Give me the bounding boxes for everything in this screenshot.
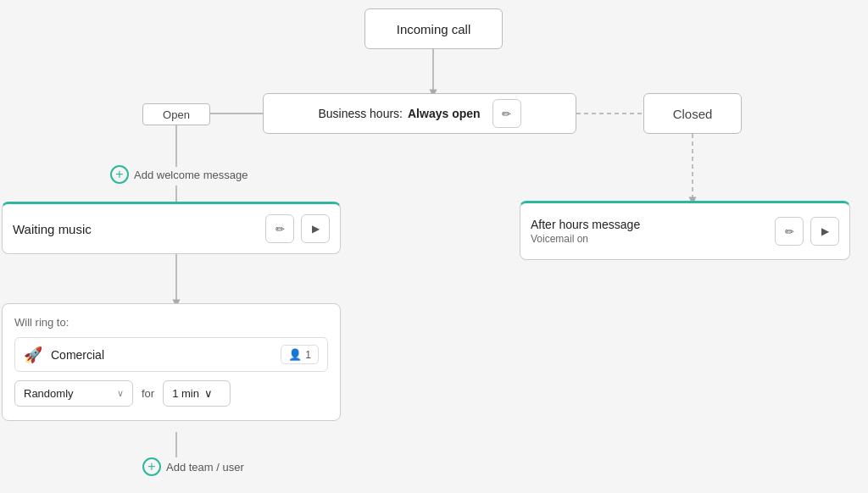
edit-icon: ✏ — [785, 225, 794, 238]
team-name: Comercial — [51, 348, 272, 362]
after-hours-card: After hours message Voicemail on ✏ ▶ — [520, 201, 850, 260]
play-icon: ▶ — [312, 223, 320, 235]
waiting-music-play-button[interactable]: ▶ — [301, 214, 330, 243]
add-welcome-message-button[interactable]: + Add welcome message — [110, 165, 248, 184]
edit-icon: ✏ — [502, 108, 511, 120]
edit-icon: ✏ — [275, 223, 285, 235]
chevron-down-icon: ∨ — [117, 388, 124, 399]
waiting-music-label: Waiting music — [13, 222, 252, 236]
options-row: Randomly ∨ for 1 min ∨ — [14, 380, 328, 407]
person-icon: 👤 — [288, 348, 302, 361]
member-count: 1 — [305, 349, 311, 361]
member-badge: 👤 1 — [281, 345, 319, 364]
add-welcome-plus-icon: + — [110, 165, 129, 184]
time-chevron-icon: ∨ — [204, 387, 213, 400]
add-team-user-button[interactable]: + Add team / user — [142, 457, 244, 476]
open-label: Open — [142, 103, 210, 125]
incoming-call-node: Incoming call — [364, 8, 503, 49]
time-select[interactable]: 1 min ∨ — [163, 380, 231, 407]
ring-to-card: Will ring to: 🚀 Comercial 👤 1 Randomly ∨… — [2, 303, 341, 421]
rocket-icon: 🚀 — [24, 346, 42, 364]
after-hours-text: After hours message Voicemail on — [531, 218, 761, 245]
team-row: 🚀 Comercial 👤 1 — [14, 337, 328, 372]
play-icon: ▶ — [821, 225, 829, 237]
time-label: 1 min — [172, 387, 199, 400]
for-label: for — [142, 387, 154, 400]
incoming-call-label: Incoming call — [397, 22, 471, 36]
open-text: Open — [163, 108, 190, 121]
randomly-select[interactable]: Randomly ∨ — [14, 380, 133, 407]
business-hours-edit-button[interactable]: ✏ — [492, 99, 521, 128]
business-hours-prefix: Business hours: — [318, 107, 403, 120]
randomly-label: Randomly — [24, 387, 74, 400]
after-hours-play-button[interactable]: ▶ — [810, 217, 839, 246]
add-team-plus-icon: + — [142, 457, 161, 476]
add-welcome-label: Add welcome message — [134, 169, 248, 181]
closed-label: Closed — [643, 93, 742, 134]
after-hours-subtitle: Voicemail on — [531, 233, 761, 245]
business-hours-node: Business hours: Always open ✏ — [263, 93, 576, 134]
add-team-label: Add team / user — [166, 461, 244, 474]
waiting-music-card: Waiting music ✏ ▶ — [2, 202, 341, 254]
business-hours-value: Always open — [408, 107, 481, 120]
closed-text: Closed — [673, 107, 713, 121]
ring-to-label: Will ring to: — [14, 316, 328, 329]
after-hours-edit-button[interactable]: ✏ — [775, 217, 804, 246]
after-hours-title: After hours message — [531, 218, 761, 231]
waiting-music-edit-button[interactable]: ✏ — [265, 214, 294, 243]
